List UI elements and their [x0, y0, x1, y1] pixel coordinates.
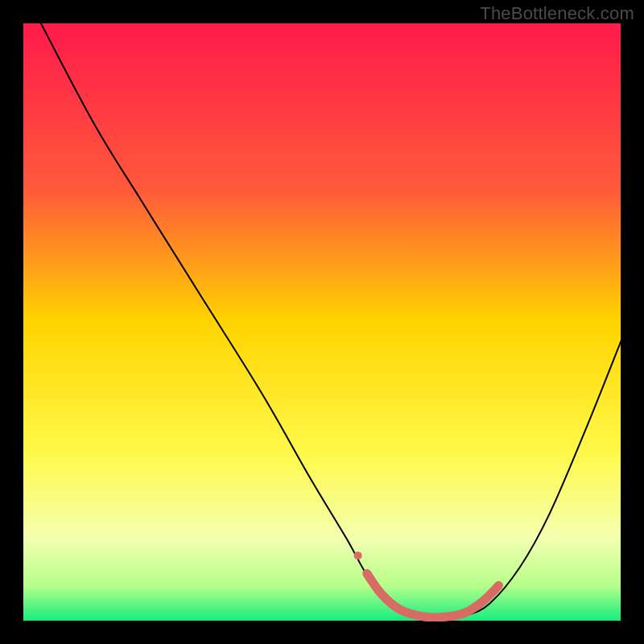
gradient-background	[23, 23, 621, 621]
chart-svg	[23, 23, 621, 621]
highlight-dot	[354, 551, 362, 559]
watermark-text: TheBottleneck.com	[480, 3, 634, 24]
chart-frame: TheBottleneck.com	[0, 0, 644, 644]
plot-area	[23, 23, 621, 621]
